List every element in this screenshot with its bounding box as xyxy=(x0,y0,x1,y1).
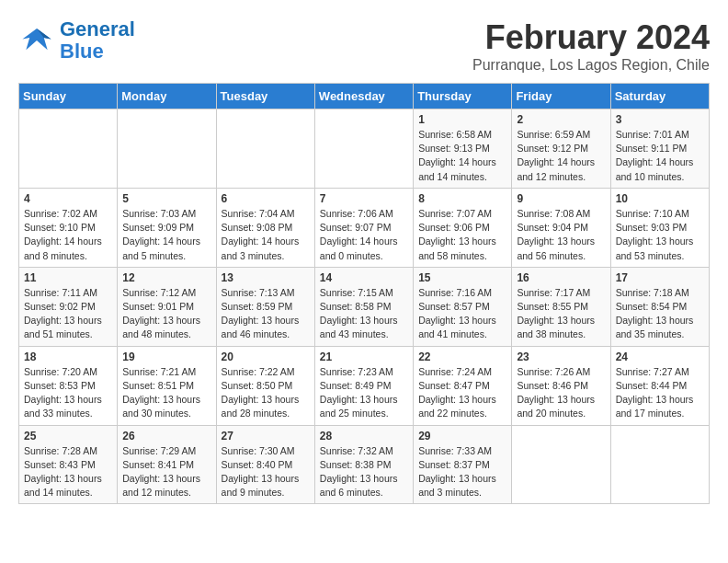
logo-general: General xyxy=(60,17,135,40)
calendar-cell: 11Sunrise: 7:11 AM Sunset: 9:02 PM Dayli… xyxy=(19,267,118,346)
calendar-cell: 1Sunrise: 6:58 AM Sunset: 9:13 PM Daylig… xyxy=(414,109,512,189)
calendar-cell: 7Sunrise: 7:06 AM Sunset: 9:07 PM Daylig… xyxy=(314,188,413,267)
day-number: 29 xyxy=(418,430,506,442)
day-info: Sunrise: 7:17 AM Sunset: 8:55 PM Dayligh… xyxy=(517,286,605,342)
calendar-cell: 14Sunrise: 7:15 AM Sunset: 8:58 PM Dayli… xyxy=(314,267,413,346)
calendar-cell: 12Sunrise: 7:12 AM Sunset: 9:01 PM Dayli… xyxy=(118,267,216,346)
calendar-week-3: 11Sunrise: 7:11 AM Sunset: 9:02 PM Dayli… xyxy=(19,267,710,346)
day-number: 2 xyxy=(517,113,605,126)
day-number: 1 xyxy=(418,113,506,126)
calendar-cell: 16Sunrise: 7:17 AM Sunset: 8:55 PM Dayli… xyxy=(512,267,610,346)
day-info: Sunrise: 7:03 AM Sunset: 9:09 PM Dayligh… xyxy=(122,207,210,263)
calendar-cell: 23Sunrise: 7:26 AM Sunset: 8:46 PM Dayli… xyxy=(512,346,610,425)
day-number: 25 xyxy=(24,430,112,442)
calendar-cell: 17Sunrise: 7:18 AM Sunset: 8:54 PM Dayli… xyxy=(610,267,709,346)
calendar-cell xyxy=(512,425,610,504)
day-number: 24 xyxy=(616,350,704,363)
calendar-cell xyxy=(216,109,314,189)
calendar-cell: 27Sunrise: 7:30 AM Sunset: 8:40 PM Dayli… xyxy=(216,425,314,504)
column-header-tuesday: Tuesday xyxy=(216,84,314,109)
calendar-cell: 6Sunrise: 7:04 AM Sunset: 9:08 PM Daylig… xyxy=(216,188,314,267)
calendar-cell: 3Sunrise: 7:01 AM Sunset: 9:11 PM Daylig… xyxy=(610,109,709,189)
day-number: 18 xyxy=(24,350,112,363)
day-info: Sunrise: 7:07 AM Sunset: 9:06 PM Dayligh… xyxy=(418,207,506,263)
calendar-cell: 29Sunrise: 7:33 AM Sunset: 8:37 PM Dayli… xyxy=(414,425,512,504)
calendar-cell: 4Sunrise: 7:02 AM Sunset: 9:10 PM Daylig… xyxy=(19,188,118,267)
column-header-thursday: Thursday xyxy=(414,84,512,109)
day-info: Sunrise: 7:15 AM Sunset: 8:58 PM Dayligh… xyxy=(320,286,408,342)
calendar-table: SundayMondayTuesdayWednesdayThursdayFrid… xyxy=(18,83,710,504)
calendar-cell: 24Sunrise: 7:27 AM Sunset: 8:44 PM Dayli… xyxy=(610,346,709,425)
svg-marker-0 xyxy=(22,29,51,50)
calendar-cell xyxy=(118,109,216,189)
day-number: 7 xyxy=(320,192,408,205)
day-number: 14 xyxy=(320,271,408,284)
day-info: Sunrise: 7:18 AM Sunset: 8:54 PM Dayligh… xyxy=(616,286,704,342)
day-info: Sunrise: 7:01 AM Sunset: 9:11 PM Dayligh… xyxy=(616,128,704,184)
calendar-cell: 21Sunrise: 7:23 AM Sunset: 8:49 PM Dayli… xyxy=(314,346,413,425)
calendar-cell: 25Sunrise: 7:28 AM Sunset: 8:43 PM Dayli… xyxy=(19,425,118,504)
day-number: 23 xyxy=(517,350,605,363)
calendar-cell xyxy=(610,425,709,504)
location-subtitle: Purranque, Los Lagos Region, Chile xyxy=(472,57,710,74)
day-number: 26 xyxy=(122,430,210,442)
day-info: Sunrise: 7:16 AM Sunset: 8:57 PM Dayligh… xyxy=(418,286,506,342)
day-number: 4 xyxy=(24,192,112,205)
column-header-friday: Friday xyxy=(512,84,610,109)
calendar-cell: 13Sunrise: 7:13 AM Sunset: 8:59 PM Dayli… xyxy=(216,267,314,346)
day-info: Sunrise: 6:59 AM Sunset: 9:12 PM Dayligh… xyxy=(517,128,605,184)
calendar-cell: 26Sunrise: 7:29 AM Sunset: 8:41 PM Dayli… xyxy=(118,425,216,504)
calendar-week-1: 1Sunrise: 6:58 AM Sunset: 9:13 PM Daylig… xyxy=(19,109,710,189)
day-info: Sunrise: 7:27 AM Sunset: 8:44 PM Dayligh… xyxy=(616,365,704,421)
day-number: 28 xyxy=(320,430,408,442)
day-info: Sunrise: 7:13 AM Sunset: 8:59 PM Dayligh… xyxy=(222,286,310,342)
day-number: 13 xyxy=(222,271,310,284)
day-info: Sunrise: 7:22 AM Sunset: 8:50 PM Dayligh… xyxy=(222,365,310,421)
page-header: General Blue February 2024 Purranque, Lo… xyxy=(18,18,710,74)
day-number: 5 xyxy=(122,192,210,205)
calendar-cell xyxy=(19,109,118,189)
day-info: Sunrise: 7:24 AM Sunset: 8:47 PM Dayligh… xyxy=(418,365,506,421)
day-info: Sunrise: 7:21 AM Sunset: 8:51 PM Dayligh… xyxy=(122,365,210,421)
calendar-cell: 15Sunrise: 7:16 AM Sunset: 8:57 PM Dayli… xyxy=(414,267,512,346)
day-info: Sunrise: 7:12 AM Sunset: 9:01 PM Dayligh… xyxy=(122,286,210,342)
calendar-cell xyxy=(314,109,413,189)
calendar-cell: 28Sunrise: 7:32 AM Sunset: 8:38 PM Dayli… xyxy=(314,425,413,504)
calendar-cell: 8Sunrise: 7:07 AM Sunset: 9:06 PM Daylig… xyxy=(414,188,512,267)
day-info: Sunrise: 7:26 AM Sunset: 8:46 PM Dayligh… xyxy=(517,365,605,421)
calendar-week-4: 18Sunrise: 7:20 AM Sunset: 8:53 PM Dayli… xyxy=(19,346,710,425)
logo-blue: Blue xyxy=(60,40,104,63)
day-number: 21 xyxy=(320,350,408,363)
day-info: Sunrise: 7:33 AM Sunset: 8:37 PM Dayligh… xyxy=(418,444,506,500)
day-info: Sunrise: 7:11 AM Sunset: 9:02 PM Dayligh… xyxy=(24,286,112,342)
calendar-cell: 19Sunrise: 7:21 AM Sunset: 8:51 PM Dayli… xyxy=(118,346,216,425)
calendar-week-2: 4Sunrise: 7:02 AM Sunset: 9:10 PM Daylig… xyxy=(19,188,710,267)
month-year-title: February 2024 xyxy=(472,18,710,57)
calendar-cell: 2Sunrise: 6:59 AM Sunset: 9:12 PM Daylig… xyxy=(512,109,610,189)
day-info: Sunrise: 6:58 AM Sunset: 9:13 PM Dayligh… xyxy=(418,128,506,184)
day-number: 8 xyxy=(418,192,506,205)
day-info: Sunrise: 7:28 AM Sunset: 8:43 PM Dayligh… xyxy=(24,444,112,500)
column-header-wednesday: Wednesday xyxy=(314,84,413,109)
day-info: Sunrise: 7:02 AM Sunset: 9:10 PM Dayligh… xyxy=(24,207,112,263)
calendar-cell: 9Sunrise: 7:08 AM Sunset: 9:04 PM Daylig… xyxy=(512,188,610,267)
column-header-monday: Monday xyxy=(118,84,216,109)
day-number: 16 xyxy=(517,271,605,284)
day-info: Sunrise: 7:04 AM Sunset: 9:08 PM Dayligh… xyxy=(222,207,310,263)
day-info: Sunrise: 7:32 AM Sunset: 8:38 PM Dayligh… xyxy=(320,444,408,500)
header-row: SundayMondayTuesdayWednesdayThursdayFrid… xyxy=(19,84,710,109)
column-header-sunday: Sunday xyxy=(19,84,118,109)
calendar-cell: 22Sunrise: 7:24 AM Sunset: 8:47 PM Dayli… xyxy=(414,346,512,425)
logo: General Blue xyxy=(18,18,135,63)
day-info: Sunrise: 7:20 AM Sunset: 8:53 PM Dayligh… xyxy=(24,365,112,421)
day-number: 22 xyxy=(418,350,506,363)
day-number: 9 xyxy=(517,192,605,205)
day-info: Sunrise: 7:30 AM Sunset: 8:40 PM Dayligh… xyxy=(222,444,310,500)
day-number: 27 xyxy=(222,430,310,442)
calendar-cell: 18Sunrise: 7:20 AM Sunset: 8:53 PM Dayli… xyxy=(19,346,118,425)
day-number: 19 xyxy=(122,350,210,363)
day-number: 12 xyxy=(122,271,210,284)
calendar-cell: 20Sunrise: 7:22 AM Sunset: 8:50 PM Dayli… xyxy=(216,346,314,425)
column-header-saturday: Saturday xyxy=(610,84,709,109)
day-number: 10 xyxy=(616,192,704,205)
